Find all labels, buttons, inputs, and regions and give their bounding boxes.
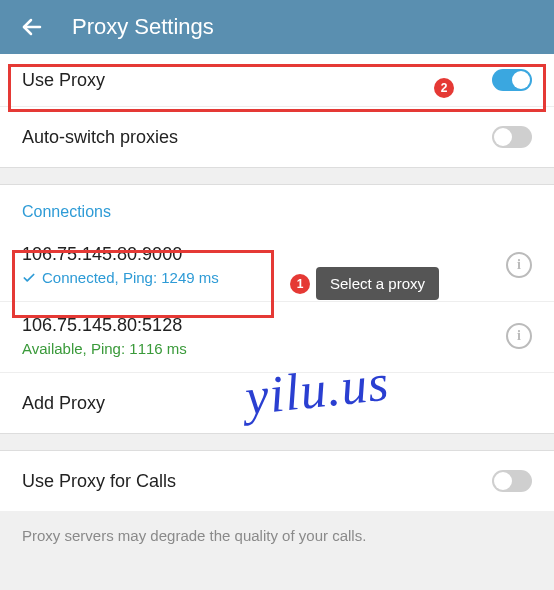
add-proxy-row[interactable]: Add Proxy xyxy=(0,373,554,433)
use-proxy-calls-label: Use Proxy for Calls xyxy=(22,471,176,492)
proxy-item-connected[interactable]: 106.75.145.80:9000 Connected, Ping: 1249… xyxy=(0,231,554,301)
use-proxy-toggle[interactable] xyxy=(492,69,532,91)
page-title: Proxy Settings xyxy=(72,14,214,40)
annotation-badge-2: 2 xyxy=(434,78,454,98)
back-arrow-icon[interactable] xyxy=(20,15,44,39)
use-proxy-calls-row[interactable]: Use Proxy for Calls xyxy=(0,451,554,511)
info-icon[interactable]: i xyxy=(506,252,532,278)
connections-header: Connections xyxy=(0,185,554,231)
proxy-item-available[interactable]: 106.75.145.80:5128 Available, Ping: 1116… xyxy=(0,302,554,372)
header: Proxy Settings xyxy=(0,0,554,54)
proxy-status-available: Available, Ping: 1116 ms xyxy=(22,340,187,357)
use-proxy-row[interactable]: Use Proxy xyxy=(0,54,554,106)
calls-footer-note: Proxy servers may degrade the quality of… xyxy=(0,511,554,566)
use-proxy-label: Use Proxy xyxy=(22,70,105,91)
use-proxy-calls-toggle[interactable] xyxy=(492,470,532,492)
annotation-badge-1: 1 xyxy=(290,274,310,294)
auto-switch-row[interactable]: Auto-switch proxies xyxy=(0,107,554,167)
section-gap xyxy=(0,433,554,451)
auto-switch-label: Auto-switch proxies xyxy=(22,127,178,148)
info-icon[interactable]: i xyxy=(506,323,532,349)
add-proxy-label: Add Proxy xyxy=(22,393,105,414)
proxy-address: 106.75.145.80:5128 xyxy=(22,315,187,336)
check-icon xyxy=(22,271,36,285)
proxy-status-connected: Connected, Ping: 1249 ms xyxy=(22,269,219,286)
annotation-tooltip: Select a proxy xyxy=(316,267,439,300)
auto-switch-toggle[interactable] xyxy=(492,126,532,148)
proxy-address: 106.75.145.80:9000 xyxy=(22,244,219,265)
proxy-status-text: Connected, Ping: 1249 ms xyxy=(42,269,219,286)
section-gap xyxy=(0,167,554,185)
